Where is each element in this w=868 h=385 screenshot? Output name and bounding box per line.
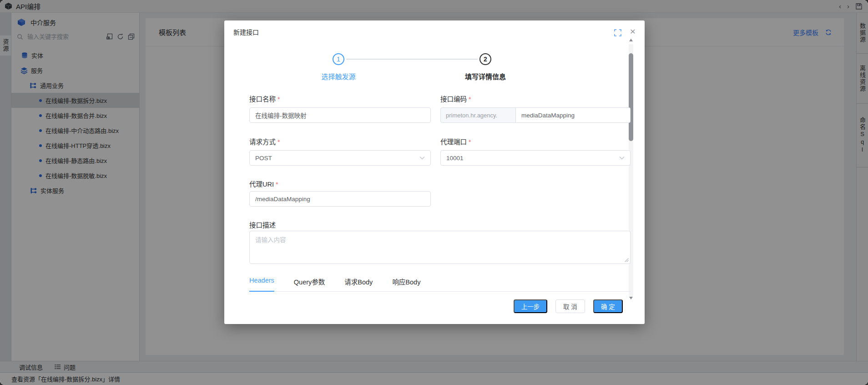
interface-code-prefix: primeton.hr.agency. xyxy=(440,107,516,123)
proxy-port-value: 10001 xyxy=(446,155,464,162)
method-field-label: 请求方式* xyxy=(249,137,431,146)
close-icon[interactable]: × xyxy=(630,25,636,37)
step-2-label: 填写详情信息 xyxy=(465,71,506,81)
scrollbar-up-arrow[interactable] xyxy=(629,39,633,43)
description-placeholder: 请输入内容 xyxy=(255,237,286,243)
new-interface-modal: 新建接口 × 1 2 选择触发源 填写详情信息 接口名称* xyxy=(224,20,645,324)
tab-request-body[interactable]: 请求Body xyxy=(344,277,373,286)
chevron-down-icon xyxy=(419,156,425,160)
modal-tab-bar: Headers Query参数 请求Body 响应Body xyxy=(249,277,631,292)
request-method-select[interactable]: POST xyxy=(249,150,431,166)
fullscreen-icon[interactable] xyxy=(614,29,621,36)
proxy-uri-input[interactable] xyxy=(249,191,431,207)
description-textarea[interactable]: 请输入内容 xyxy=(249,231,631,264)
tab-query-params[interactable]: Query参数 xyxy=(294,277,325,286)
proxy-port-select[interactable]: 10001 xyxy=(440,150,631,166)
tab-headers[interactable]: Headers xyxy=(249,277,274,286)
name-field-label: 接口名称* xyxy=(249,94,431,103)
interface-code-input[interactable] xyxy=(516,107,631,123)
tab-response-body[interactable]: 响应Body xyxy=(392,277,420,286)
required-mark: * xyxy=(278,138,280,146)
step-2-number: 2 xyxy=(484,56,487,63)
previous-step-button[interactable]: 上一步 xyxy=(514,299,547,313)
resize-handle-icon[interactable] xyxy=(625,258,629,262)
uri-field-label: 代理URI* xyxy=(249,179,431,188)
step-1-number: 1 xyxy=(337,56,340,63)
description-field-label: 接口描述 xyxy=(249,220,276,229)
step-connector-line xyxy=(346,59,478,60)
step-1-label: 选择触发源 xyxy=(321,71,355,81)
scrollbar-down-arrow[interactable] xyxy=(629,297,633,301)
confirm-button[interactable]: 确 定 xyxy=(593,299,623,313)
interface-name-input[interactable] xyxy=(249,107,431,123)
modal-footer: 上一步 取 消 确 定 xyxy=(514,299,623,313)
screen: API编排 ‹ › 资源 xyxy=(0,0,868,385)
request-method-value: POST xyxy=(255,155,272,162)
modal-title: 新建接口 xyxy=(233,27,259,36)
code-field-label: 接口编码* xyxy=(440,94,631,103)
app-window: API编排 ‹ › 资源 xyxy=(0,0,868,385)
cancel-button[interactable]: 取 消 xyxy=(555,299,585,313)
required-mark: * xyxy=(276,181,278,188)
step-1-circle: 1 xyxy=(333,53,344,65)
required-mark: * xyxy=(278,96,280,103)
step-2-circle: 2 xyxy=(479,53,491,65)
port-field-label: 代理端口* xyxy=(440,137,631,146)
required-mark: * xyxy=(469,138,471,146)
chevron-down-icon xyxy=(619,156,625,160)
required-mark: * xyxy=(469,96,471,103)
